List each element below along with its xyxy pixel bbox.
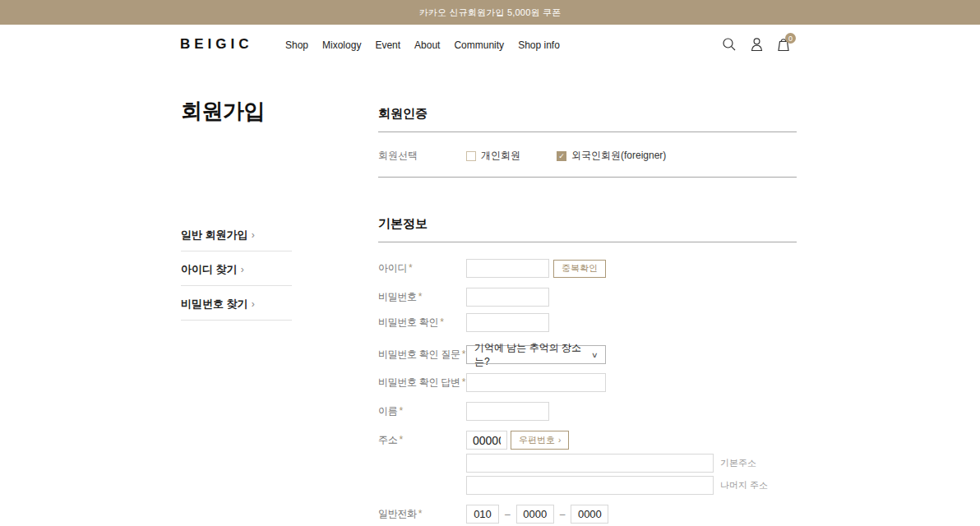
required-mark: * bbox=[399, 405, 402, 417]
signup-form: 아이디* 중복확인 비밀번호* 비밀번호 확인* 비밀번호 확인 질문* 기억에… bbox=[378, 259, 797, 526]
name-input[interactable] bbox=[466, 402, 549, 421]
promo-banner-text: 카카오 신규회원가입 5,000원 쿠폰 bbox=[419, 7, 562, 19]
address-extra-input[interactable] bbox=[466, 476, 714, 495]
address-base-helper: 기본주소 bbox=[720, 457, 756, 469]
name-label: 이름* bbox=[378, 404, 466, 418]
required-mark: * bbox=[409, 262, 412, 274]
chevron-right-icon: › bbox=[252, 298, 255, 310]
phone-label: 일반전화* bbox=[378, 507, 466, 521]
chevron-right-icon: › bbox=[241, 264, 244, 275]
address-base-input[interactable] bbox=[466, 454, 714, 473]
checkbox-checked-icon[interactable]: ✓ bbox=[557, 151, 566, 161]
sidebar-item-find-password[interactable]: 비밀번호 찾기› bbox=[181, 286, 292, 321]
checkbox-unchecked-icon[interactable] bbox=[466, 151, 476, 161]
nav-item-shopinfo[interactable]: Shop info bbox=[518, 39, 560, 51]
required-mark: * bbox=[418, 291, 422, 302]
phone-separator: – bbox=[505, 509, 511, 520]
phone-part1-input[interactable] bbox=[466, 505, 499, 524]
member-select-label: 회원선택 bbox=[378, 149, 466, 163]
field-row-address-extra: 나머지 주소 bbox=[466, 476, 797, 495]
sidebar-item-general-signup[interactable]: 일반 회원가입› bbox=[181, 228, 292, 251]
phone-part2-input[interactable] bbox=[516, 505, 554, 524]
id-label: 아이디* bbox=[378, 261, 466, 275]
option-foreigner-member[interactable]: ✓ 외국인회원(foreigner) bbox=[557, 149, 666, 163]
required-mark: * bbox=[440, 316, 443, 328]
sidebar: 회원가입 일반 회원가입› 아이디 찾기› 비밀번호 찾기› bbox=[181, 97, 312, 321]
nav-item-community[interactable]: Community bbox=[454, 39, 504, 51]
address-extra-helper: 나머지 주소 bbox=[720, 479, 768, 491]
password-confirm-input[interactable] bbox=[466, 313, 549, 332]
main-content: 회원인증 회원선택 개인회원 ✓ 외국인회원(foreigner) 기본정보 아… bbox=[378, 106, 797, 526]
phone-part3-input[interactable] bbox=[571, 505, 608, 524]
password-input[interactable] bbox=[466, 288, 549, 307]
password-confirm-label: 비밀번호 확인* bbox=[378, 316, 466, 330]
id-input[interactable] bbox=[466, 259, 549, 278]
promo-banner[interactable]: 카카오 신규회원가입 5,000원 쿠폰 bbox=[0, 0, 980, 25]
header: BEIGIC Shop Mixology Event About Communi… bbox=[0, 25, 980, 66]
zipcode-input[interactable] bbox=[466, 431, 507, 450]
phone-separator: – bbox=[560, 509, 566, 520]
field-row-pw-question: 비밀번호 확인 질문* 기억에 남는 추억의 장소는? ∨ bbox=[378, 345, 797, 364]
pw-answer-input[interactable] bbox=[466, 373, 606, 392]
chevron-down-icon: ∨ bbox=[591, 351, 599, 359]
field-row-id: 아이디* 중복확인 bbox=[378, 259, 797, 278]
chevron-right-icon: › bbox=[252, 229, 255, 241]
pw-answer-label: 비밀번호 확인 답변* bbox=[378, 376, 466, 390]
field-row-password-confirm: 비밀번호 확인* bbox=[378, 313, 797, 332]
password-label: 비밀번호* bbox=[378, 290, 466, 304]
cart-count-badge: 0 bbox=[785, 33, 796, 44]
field-row-phone: 일반전화* – – bbox=[378, 505, 797, 524]
main-nav: Shop Mixology Event About Community Shop… bbox=[285, 39, 560, 51]
section-title-auth: 회원인증 bbox=[378, 106, 797, 122]
field-row-password: 비밀번호* bbox=[378, 288, 797, 307]
sidebar-item-find-id[interactable]: 아이디 찾기› bbox=[181, 251, 292, 286]
zipcode-search-button[interactable]: 우편번호› bbox=[511, 431, 569, 450]
signup-page: 카카오 신규회원가입 5,000원 쿠폰 BEIGIC Shop Mixolog… bbox=[0, 0, 980, 526]
chevron-right-icon: › bbox=[558, 436, 561, 445]
search-icon[interactable] bbox=[721, 35, 737, 53]
cart-icon[interactable]: 0 bbox=[775, 35, 792, 53]
address-label: 주소* bbox=[378, 433, 466, 447]
page-title: 회원가입 bbox=[181, 97, 312, 126]
header-icons: 0 bbox=[721, 35, 792, 53]
required-mark: * bbox=[418, 508, 422, 519]
user-icon[interactable] bbox=[748, 35, 765, 53]
nav-item-about[interactable]: About bbox=[414, 39, 440, 51]
field-row-address-base: 기본주소 bbox=[466, 454, 797, 473]
pw-question-select[interactable]: 기억에 남는 추억의 장소는? ∨ bbox=[466, 345, 606, 364]
divider bbox=[378, 242, 797, 242]
field-row-address-zip: 주소* 우편번호› bbox=[378, 431, 797, 450]
nav-item-event[interactable]: Event bbox=[375, 39, 400, 51]
required-mark: * bbox=[399, 434, 402, 445]
sidebar-menu: 일반 회원가입› 아이디 찾기› 비밀번호 찾기› bbox=[181, 228, 292, 321]
nav-item-mixology[interactable]: Mixology bbox=[322, 39, 361, 51]
member-type-row: 회원선택 개인회원 ✓ 외국인회원(foreigner) bbox=[378, 132, 797, 177]
nav-item-shop[interactable]: Shop bbox=[285, 39, 308, 51]
pw-question-label: 비밀번호 확인 질문* bbox=[378, 348, 466, 362]
field-row-pw-answer: 비밀번호 확인 답변* bbox=[378, 373, 797, 392]
id-duplicate-check-button[interactable]: 중복확인 bbox=[553, 260, 606, 278]
option-personal-member[interactable]: 개인회원 bbox=[466, 149, 520, 163]
required-mark: * bbox=[462, 376, 465, 388]
required-mark: * bbox=[462, 348, 465, 360]
section-title-basic-info: 기본정보 bbox=[378, 216, 797, 232]
brand-logo[interactable]: BEIGIC bbox=[180, 36, 253, 53]
field-row-name: 이름* bbox=[378, 402, 797, 421]
